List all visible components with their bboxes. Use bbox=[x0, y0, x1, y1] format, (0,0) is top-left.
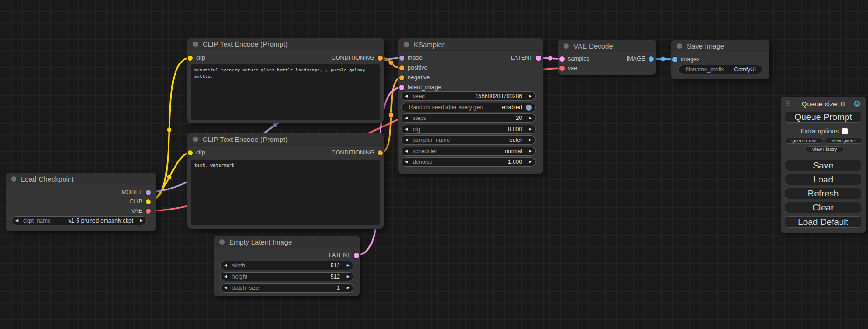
widget-height[interactable]: ◀height512▶ bbox=[220, 272, 353, 281]
node-clip-text-encode-positive[interactable]: CLIP Text Encode (Prompt)clipCONDITIONIN… bbox=[187, 38, 384, 123]
widget-value[interactable]: ComfyUI bbox=[734, 66, 759, 73]
collapse-dot[interactable] bbox=[677, 43, 682, 49]
widget-ckpt_name[interactable]: ◀ckpt_namev1-5-pruned-emaonly.ckpt▶ bbox=[12, 216, 147, 225]
node-clip-text-encode-negative[interactable]: CLIP Text Encode (Prompt)clipCONDITIONIN… bbox=[187, 133, 384, 229]
widget-right-arrow[interactable]: ▶ bbox=[343, 286, 350, 290]
widget-cfg[interactable]: ◀cfg8.000▶ bbox=[401, 125, 536, 134]
node-empty-latent-image[interactable]: Empty Latent ImageLATENT◀width512▶◀heigh… bbox=[214, 236, 360, 296]
widget-right-arrow[interactable]: ▶ bbox=[525, 116, 532, 120]
widget-left-arrow[interactable]: ◀ bbox=[224, 264, 231, 267]
widget-left-arrow[interactable]: ◀ bbox=[15, 219, 22, 223]
widget-left-arrow[interactable]: ◀ bbox=[405, 149, 412, 153]
collapse-dot[interactable] bbox=[193, 42, 198, 47]
widget-value[interactable]: 1 bbox=[337, 285, 343, 291]
node-title-bar[interactable]: VAE Decode bbox=[558, 40, 656, 52]
output-slot-dot-vae[interactable] bbox=[146, 209, 151, 214]
prompt-textarea[interactable] bbox=[191, 64, 380, 120]
widget-right-arrow[interactable]: ▶ bbox=[343, 275, 350, 279]
save-button[interactable]: Save bbox=[785, 160, 861, 171]
node-title-bar[interactable]: CLIP Text Encode (Prompt) bbox=[187, 38, 384, 50]
prompt-textarea[interactable] bbox=[191, 160, 380, 225]
widget-seed[interactable]: ◀seed156680208700286▶ bbox=[401, 91, 536, 101]
input-slot-dot-clip[interactable] bbox=[188, 56, 193, 61]
view-history-button[interactable]: View History bbox=[805, 146, 844, 152]
input-slot-dot-negative[interactable] bbox=[399, 75, 404, 80]
widget-value[interactable]: enabled bbox=[502, 104, 525, 111]
collapse-dot[interactable] bbox=[11, 176, 16, 182]
output-slot-dot-conditioning[interactable] bbox=[378, 56, 383, 61]
widget-scheduler[interactable]: ◀schedulernormal▶ bbox=[401, 147, 536, 156]
widget-right-arrow[interactable]: ▶ bbox=[525, 138, 532, 142]
collapse-dot[interactable] bbox=[564, 43, 569, 49]
queue-prompt-button[interactable]: Queue Prompt bbox=[785, 112, 861, 123]
extra-options-checkbox[interactable] bbox=[842, 128, 848, 134]
output-slot-dot-model[interactable] bbox=[146, 190, 151, 195]
widget-left-arrow[interactable]: ◀ bbox=[405, 160, 412, 164]
input-slot-dot-positive[interactable] bbox=[399, 65, 404, 70]
widget-value[interactable]: 512 bbox=[331, 262, 343, 269]
load-button[interactable]: Load bbox=[785, 174, 861, 185]
widget-width[interactable]: ◀width512▶ bbox=[220, 261, 353, 270]
input-slot-dot-latent_image[interactable] bbox=[399, 85, 404, 90]
widget-left-arrow[interactable]: ◀ bbox=[405, 138, 412, 142]
output-slot-dot-latent[interactable] bbox=[536, 56, 541, 61]
widget-left-arrow[interactable]: ◀ bbox=[405, 127, 412, 131]
widget-right-arrow[interactable]: ▶ bbox=[525, 127, 532, 131]
node-ksampler[interactable]: KSamplermodelpositivenegativelatent_imag… bbox=[398, 38, 543, 174]
widget-value[interactable]: 8.000 bbox=[508, 126, 525, 133]
widget-value[interactable]: 512 bbox=[331, 273, 343, 280]
widget-right-arrow[interactable]: ▶ bbox=[525, 94, 532, 98]
collapse-dot[interactable] bbox=[193, 137, 198, 142]
input-slot-dot-samples[interactable] bbox=[559, 56, 565, 62]
clear-button[interactable]: Clear bbox=[785, 202, 861, 213]
link-midpoint-dot-clip-to-positive-clip bbox=[167, 127, 172, 132]
output-slot-dot-clip[interactable] bbox=[146, 199, 151, 204]
input-slot-dot-vae[interactable] bbox=[559, 66, 565, 71]
widget-left-arrow[interactable]: ◀ bbox=[405, 94, 412, 98]
node-title-bar[interactable]: CLIP Text Encode (Prompt) bbox=[187, 133, 384, 146]
widget-value[interactable]: 156680208700286 bbox=[475, 93, 525, 99]
input-slot-dot-model[interactable] bbox=[399, 56, 404, 61]
input-slot-dot-images[interactable] bbox=[672, 57, 677, 62]
output-slot-dot-conditioning[interactable] bbox=[378, 150, 383, 155]
widget-left-arrow[interactable]: ◀ bbox=[405, 116, 412, 120]
refresh-button[interactable]: Refresh bbox=[785, 188, 861, 199]
widget-random-seed-after-every-gen[interactable]: Random seed after every genenabled bbox=[401, 103, 536, 112]
load-default-button[interactable]: Load Default bbox=[785, 216, 861, 228]
widget-left-arrow[interactable]: ◀ bbox=[224, 286, 231, 290]
widget-value[interactable]: 1.000 bbox=[508, 159, 525, 165]
widget-value[interactable]: v1-5-pruned-emaonly.ckpt bbox=[68, 217, 136, 224]
output-slot-dot-image[interactable] bbox=[649, 56, 654, 62]
widget-steps[interactable]: ◀steps20▶ bbox=[401, 113, 536, 123]
widget-left-arrow[interactable]: ◀ bbox=[224, 275, 231, 279]
widget-value[interactable]: 20 bbox=[516, 115, 525, 121]
widget-value[interactable]: normal bbox=[505, 148, 525, 154]
output-slot-label: CLIP bbox=[129, 198, 142, 205]
input-slot-label: vae bbox=[568, 65, 577, 71]
input-slot-dot-clip[interactable] bbox=[188, 150, 193, 155]
node-title-bar[interactable]: Load Checkpoint bbox=[6, 173, 156, 185]
input-slot-label: model bbox=[408, 55, 423, 61]
widget-batch_size[interactable]: ◀batch_size1▶ bbox=[220, 283, 353, 293]
node-save-image[interactable]: Save Imageimagesfilename_prefixComfyUI bbox=[671, 40, 769, 79]
widget-right-arrow[interactable]: ▶ bbox=[136, 219, 143, 223]
node-title-bar[interactable]: Save Image bbox=[671, 40, 769, 52]
widget-right-arrow[interactable]: ▶ bbox=[525, 149, 532, 153]
seed-toggle-dot[interactable] bbox=[526, 105, 532, 111]
widget-right-arrow[interactable]: ▶ bbox=[343, 264, 350, 267]
widget-value[interactable]: euler bbox=[509, 137, 525, 143]
node-title-bar[interactable]: Empty Latent Image bbox=[214, 236, 360, 248]
node-vae-decode[interactable]: VAE DecodesamplesvaeIMAGE bbox=[558, 40, 656, 75]
node-load-checkpoint[interactable]: Load CheckpointMODELCLIPVAE◀ckpt_namev1-… bbox=[6, 173, 156, 231]
settings-gear-icon[interactable]: ⚙ bbox=[854, 99, 861, 109]
output-slot-dot-latent[interactable] bbox=[354, 253, 359, 258]
widget-sampler_name[interactable]: ◀sampler_nameeuler▶ bbox=[401, 135, 536, 145]
widget-right-arrow[interactable]: ▶ bbox=[525, 160, 532, 164]
queue-front-button[interactable]: Queue Front bbox=[785, 138, 823, 144]
node-title-bar[interactable]: KSampler bbox=[398, 38, 543, 51]
collapse-dot[interactable] bbox=[404, 42, 409, 47]
collapse-dot[interactable] bbox=[219, 239, 225, 245]
view-queue-button[interactable]: View Queue bbox=[825, 138, 863, 144]
widget-filename_prefix[interactable]: filename_prefixComfyUI bbox=[678, 65, 762, 74]
widget-denoise[interactable]: ◀denoise1.000▶ bbox=[401, 157, 536, 167]
